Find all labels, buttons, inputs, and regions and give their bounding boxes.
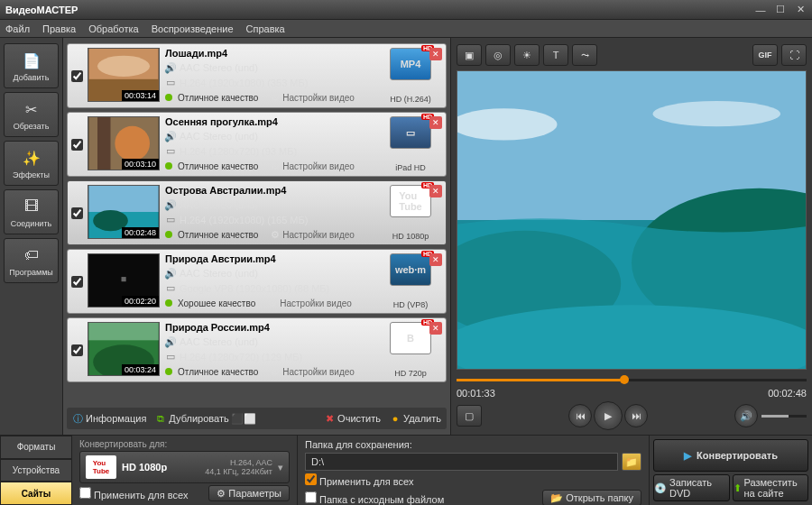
remove-file-button[interactable]: ✕ [429, 322, 442, 335]
file-checkbox[interactable] [71, 207, 83, 219]
video-settings-link[interactable]: ⚙Настройки видео [271, 366, 355, 378]
preset-selector[interactable]: YouTube HD 1080p H.264, AAC 44,1 КГц, 22… [79, 451, 290, 483]
speed-button[interactable]: ⤳ [572, 44, 597, 66]
menu-process[interactable]: Обработка [88, 23, 138, 34]
file-checkbox[interactable] [71, 344, 83, 356]
duplicate-button[interactable]: ⧉Дублировать [155, 413, 228, 424]
format-badge[interactable]: HDMP4 [390, 48, 431, 80]
format-badge[interactable]: HDYouTube [390, 185, 431, 217]
file-quality: Отличное качество [178, 230, 258, 240]
file-row[interactable]: 00:03:10 Осенняя прогулка.mp4 🔊AAC Stere… [67, 112, 447, 177]
toggle-icon: ⬛⬜ [238, 413, 249, 424]
file-thumbnail[interactable]: 00:03:24 [88, 322, 160, 376]
browse-folder-button[interactable]: 📁 [622, 453, 641, 471]
sidebar-cut[interactable]: ✂Обрезать [4, 92, 59, 137]
svg-text:■: ■ [121, 273, 126, 284]
tab-devices[interactable]: Устройства [0, 459, 72, 482]
app-title: ВидеоМАСТЕР [5, 5, 78, 15]
format-tabs: Форматы Устройства Сайты [0, 436, 72, 505]
video-icon: ▭ [165, 78, 176, 88]
format-badge[interactable]: HDВ [390, 322, 431, 354]
play-button[interactable]: ▶ [594, 401, 623, 430]
next-button[interactable]: ⏭ [624, 404, 648, 427]
write-dvd-button[interactable]: 💿Записать DVD [653, 474, 730, 501]
file-checkbox[interactable] [71, 276, 83, 288]
fullscreen-icon: ⛶ [789, 50, 799, 60]
prev-button[interactable]: ⏮ [568, 404, 592, 427]
text-icon: T [553, 50, 559, 60]
file-duration: 00:03:14 [122, 90, 159, 101]
menu-help[interactable]: Справка [246, 23, 285, 34]
source-folder-checkbox[interactable]: Папка с исходным файлом [305, 491, 444, 505]
minimize-icon[interactable]: — [754, 4, 767, 16]
file-row[interactable]: 00:03:14 Лошади.mp4 🔊AAC Stereo (und) ▭H… [67, 43, 447, 108]
delete-button[interactable]: ●Удалить [390, 413, 441, 424]
open-folder-button[interactable]: 📂Открыть папку [542, 490, 641, 505]
volume-button[interactable]: 🔊 [734, 404, 758, 427]
file-checkbox[interactable] [71, 139, 83, 151]
sidebar-effects[interactable]: ✨Эффекты [4, 141, 59, 186]
gear-icon: ⚙ [217, 488, 226, 500]
apply-all-folder-checkbox[interactable]: Применить для всех [305, 473, 413, 487]
upload-button[interactable]: ⬆Разместить на сайте [733, 474, 809, 501]
gif-button[interactable]: GIF [752, 44, 778, 66]
menu-playback[interactable]: Воспроизведение [152, 23, 234, 34]
format-badge[interactable]: HD▭ [390, 116, 431, 149]
file-row[interactable]: ■00:02:20 Природа Австрии.mp4 🔊AAC Stere… [67, 249, 447, 314]
tab-sites[interactable]: Сайты [0, 482, 72, 505]
file-thumbnail[interactable]: 00:02:48 [88, 185, 160, 239]
video-preview[interactable] [457, 70, 807, 370]
seek-knob[interactable] [620, 375, 629, 384]
youtube-icon: YouTube [86, 455, 116, 479]
sidebar-programs[interactable]: 🏷Программы [4, 238, 59, 283]
quality-dot-icon [165, 94, 172, 101]
remove-file-button[interactable]: ✕ [429, 116, 442, 129]
params-button[interactable]: ⚙Параметры [208, 485, 290, 501]
crop-button[interactable]: ▣ [457, 44, 482, 66]
scissors-icon: ✂ [21, 98, 42, 120]
remove-file-button[interactable]: ✕ [429, 253, 442, 266]
volume-slider[interactable] [761, 415, 807, 418]
file-thumbnail[interactable]: 00:03:10 [88, 116, 160, 170]
remove-file-button[interactable]: ✕ [429, 48, 442, 60]
video-icon: ▭ [165, 215, 176, 225]
file-row[interactable]: 00:02:48 Острова Австралии.mp4 🔊AAC Ster… [67, 180, 447, 245]
menu-edit[interactable]: Правка [42, 23, 76, 34]
snapshot-button[interactable]: ◎ [485, 44, 511, 66]
file-checkbox[interactable] [71, 70, 83, 82]
video-settings-link[interactable]: ⚙Настройки видео [271, 161, 355, 172]
save-path-input[interactable] [305, 453, 618, 471]
menu-file[interactable]: Файл [5, 23, 30, 34]
video-settings-link[interactable]: ⚙Настройки видео [268, 298, 352, 309]
gear-icon: ⚙ [271, 229, 280, 241]
convert-button[interactable]: ▶Конвертировать [653, 439, 808, 472]
seek-bar[interactable] [457, 373, 807, 386]
video-settings-link[interactable]: ⚙Настройки видео [271, 229, 355, 241]
format-badge[interactable]: HDweb·m [390, 253, 431, 286]
format-label: iPad HD [395, 163, 426, 172]
play-icon: ▶ [604, 410, 612, 422]
apply-all-checkbox[interactable]: Применить для всех [79, 487, 188, 500]
maximize-icon[interactable]: ☐ [774, 4, 787, 16]
remove-file-button[interactable]: ✕ [429, 185, 442, 197]
toggle-button[interactable]: ⬛⬜ [238, 413, 249, 424]
video-settings-link[interactable]: ⚙Настройки видео [271, 92, 355, 104]
frame-button[interactable]: ▢ [457, 405, 482, 427]
sidebar-add[interactable]: 📄Добавить [4, 43, 59, 88]
file-row[interactable]: 00:03:24 Природа России.mp4 🔊AAC Stereo … [67, 317, 447, 382]
tab-formats[interactable]: Форматы [0, 436, 72, 459]
file-thumbnail[interactable]: ■00:02:20 [88, 253, 160, 308]
brightness-button[interactable]: ☀ [514, 44, 540, 66]
close-icon[interactable]: ✕ [794, 4, 807, 16]
file-audio: AAC Stereo (und) [180, 336, 258, 347]
info-button[interactable]: ⓘИнформация [72, 413, 146, 424]
fullscreen-button[interactable]: ⛶ [781, 44, 807, 66]
file-thumbnail[interactable]: 00:03:14 [88, 48, 160, 102]
next-icon: ⏭ [632, 410, 641, 421]
svg-point-2 [97, 56, 150, 77]
clear-button[interactable]: ✖Очистить [324, 413, 381, 424]
join-icon: 🎞 [21, 196, 42, 217]
text-button[interactable]: T [543, 44, 568, 66]
sidebar-join[interactable]: 🎞Соединить [4, 189, 59, 234]
file-name: Лошади.mp4 [165, 48, 374, 59]
